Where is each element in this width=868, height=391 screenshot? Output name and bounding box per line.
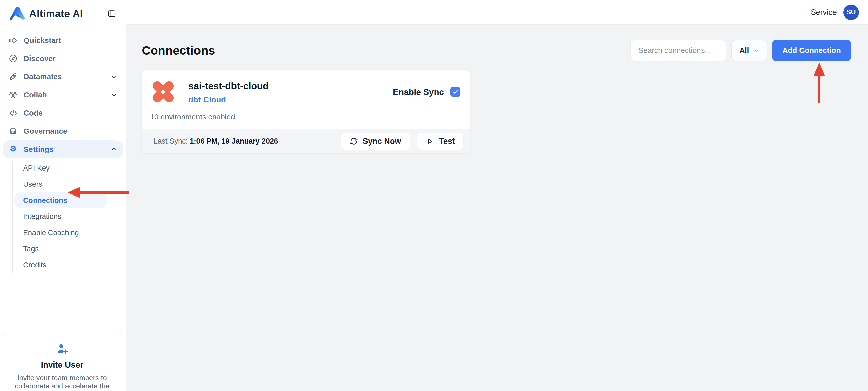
- quickstart-icon: [8, 36, 18, 45]
- rocket-icon: [8, 72, 18, 81]
- submenu-item-connections[interactable]: Connections: [14, 192, 107, 208]
- sidebar-collapse-icon[interactable]: [107, 9, 116, 18]
- app-root: Altimate AI Quickstart: [0, 0, 868, 391]
- submenu-item-tags[interactable]: Tags: [14, 241, 107, 257]
- sidebar-item-collab[interactable]: Collab: [2, 86, 123, 104]
- submenu-label: Tags: [23, 245, 38, 253]
- last-sync-value: 1:06 PM, 19 January 2026: [190, 137, 278, 145]
- last-sync: Last Sync: 1:06 PM, 19 January 2026: [154, 137, 278, 145]
- connection-card-body: sai-test-dbt-cloud dbt Cloud Enable Sync…: [142, 70, 469, 121]
- submenu-label: Credits: [23, 261, 46, 269]
- avatar[interactable]: SU: [843, 4, 859, 20]
- submenu-label: Enable Coaching: [23, 228, 79, 237]
- invite-user-description: Invite your team members to collaborate …: [9, 373, 115, 391]
- submenu-item-credits[interactable]: Credits: [14, 257, 107, 273]
- chevron-up-icon: [110, 145, 118, 153]
- service-label[interactable]: Service: [811, 8, 837, 17]
- people-icon: [8, 90, 18, 100]
- checkbox-check-icon: [452, 88, 459, 95]
- sidebar-item-discover[interactable]: Discover: [2, 50, 123, 67]
- connection-name: sai-test-dbt-cloud: [188, 81, 269, 91]
- submenu-item-enable-coaching[interactable]: Enable Coaching: [14, 224, 107, 241]
- sidebar-item-governance[interactable]: Governance: [2, 122, 123, 140]
- connection-name-block: sai-test-dbt-cloud dbt Cloud: [188, 79, 269, 105]
- gear-icon: [8, 145, 18, 154]
- code-icon: [8, 109, 18, 117]
- add-connection-button[interactable]: Add Connection: [772, 40, 851, 61]
- submenu-label: Users: [23, 180, 42, 189]
- submenu-item-api-key[interactable]: API Key: [14, 160, 107, 176]
- chevron-down-icon: [110, 73, 118, 81]
- sidebar-item-label: Settings: [24, 145, 53, 153]
- test-button[interactable]: Test: [417, 133, 463, 149]
- invite-user-card[interactable]: Invite User Invite your team members to …: [2, 332, 122, 391]
- connection-card-footer: Last Sync: 1:06 PM, 19 January 2026 Sync…: [142, 129, 469, 153]
- sidebar-item-quickstart[interactable]: Quickstart: [2, 31, 123, 50]
- sidebar-item-label: Datamates: [24, 73, 62, 81]
- submenu-label: Connections: [23, 196, 67, 204]
- enable-sync-checkbox[interactable]: [451, 87, 460, 97]
- filter-dropdown[interactable]: All: [732, 40, 767, 61]
- connection-card: sai-test-dbt-cloud dbt Cloud Enable Sync…: [142, 70, 470, 153]
- app-title: Altimate AI: [29, 8, 107, 20]
- filter-value: All: [739, 46, 749, 55]
- bank-icon: [8, 127, 18, 136]
- chevron-down-icon: [753, 47, 760, 54]
- sidebar-item-label: Code: [24, 109, 42, 117]
- environments-text: 10 environments enabled: [150, 112, 460, 121]
- submenu-item-integrations[interactable]: Integrations: [14, 208, 107, 224]
- sidebar-item-settings[interactable]: Settings: [2, 140, 123, 159]
- page-title: Connections: [142, 44, 215, 57]
- topbar: Service SU: [126, 0, 868, 25]
- last-sync-label: Last Sync:: [154, 137, 188, 145]
- sync-icon: [350, 137, 358, 145]
- sidebar: Altimate AI Quickstart: [0, 0, 126, 391]
- sidebar-item-label: Discover: [24, 54, 56, 63]
- enable-sync-label: Enable Sync: [393, 87, 444, 97]
- card-footer-buttons: Sync Now Test: [341, 133, 463, 149]
- content: Connections All Add Connection: [126, 25, 868, 391]
- sidebar-nav: Quickstart Discover: [0, 26, 126, 273]
- play-icon: [426, 137, 434, 145]
- sidebar-item-label: Collab: [24, 90, 47, 99]
- connection-provider-link[interactable]: dbt Cloud: [188, 95, 269, 105]
- logo-row: Altimate AI: [0, 0, 126, 26]
- enable-sync-group: Enable Sync: [393, 79, 460, 97]
- invite-user-title: Invite User: [9, 360, 115, 369]
- toolbar: All Add Connection: [630, 39, 851, 61]
- submenu-label: Integrations: [23, 213, 61, 221]
- sidebar-item-datamates[interactable]: Datamates: [2, 67, 123, 86]
- sync-now-label: Sync Now: [363, 137, 401, 146]
- search-input[interactable]: [630, 40, 726, 61]
- sidebar-item-code[interactable]: Code: [2, 104, 123, 122]
- sidebar-item-label: Quickstart: [24, 36, 61, 45]
- dbt-logo-icon: [150, 79, 176, 105]
- altimate-logo-icon: [9, 6, 25, 21]
- submenu-indent-line: [12, 161, 12, 274]
- sync-now-button[interactable]: Sync Now: [341, 133, 410, 149]
- chevron-down-icon: [110, 91, 118, 99]
- main-area: Service SU Connections All Add Connectio…: [126, 0, 868, 391]
- submenu-label: API Key: [23, 164, 50, 172]
- test-label: Test: [439, 137, 455, 146]
- compass-icon: [8, 54, 18, 63]
- content-header: Connections All Add Connection: [142, 39, 851, 61]
- submenu-item-users[interactable]: Users: [14, 176, 107, 192]
- user-plus-icon: [56, 342, 69, 356]
- sidebar-item-label: Governance: [24, 127, 67, 136]
- settings-submenu: API Key Users Connections Integrations E…: [2, 160, 123, 273]
